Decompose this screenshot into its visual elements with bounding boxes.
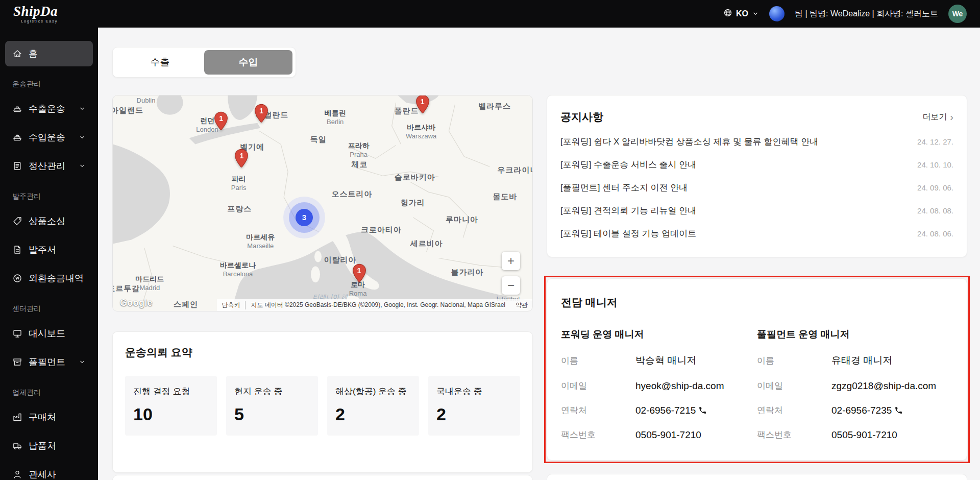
stat-card[interactable]: 현지 운송 중5 — [226, 376, 318, 436]
manager-column-heading: 풀필먼트 운영 매니저 — [757, 328, 953, 341]
shipda-logo[interactable]: ShipDa Logistics Easy — [13, 5, 58, 23]
manager-row-label: 이름 — [757, 355, 831, 367]
partial-card — [112, 475, 533, 480]
map-pin-marker[interactable]: 1 — [234, 149, 249, 168]
stat-label: 진행 결정 요청 — [133, 386, 209, 398]
sidebar-item-label: 발주서 — [29, 244, 56, 256]
truck-icon — [12, 441, 22, 451]
manager-row: 이메일hyeok@ship-da.com — [561, 380, 757, 392]
sidebar-item-fx-remittance[interactable]: 외환송금내역 — [5, 266, 93, 291]
shipment-summary-card: 운송의뢰 요약 진행 결정 요청10현지 운송 중5해상(항공) 운송 중2국내… — [112, 331, 533, 473]
notice-item[interactable]: [풀필먼트] 센터 주소지 이전 안내24. 09. 06. — [560, 176, 953, 199]
zoom-out-button[interactable]: − — [502, 276, 520, 295]
user-avatar[interactable]: We — [948, 5, 967, 23]
summary-stats: 진행 결정 요청10현지 운송 중5해상(항공) 운송 중2국내운송 중2 — [125, 376, 520, 436]
manager-row: 팩스번호0505-901-7210 — [757, 429, 953, 441]
ledger-icon — [12, 161, 22, 171]
phone-icon[interactable] — [698, 406, 707, 415]
left-column: Dublin아일랜드런던London네덜란드베를린Berlin폴란드바르샤바Wa… — [112, 95, 533, 480]
google-logo: Google — [120, 298, 153, 308]
partial-card — [547, 474, 967, 480]
main-content: 수출수입 — [98, 28, 980, 480]
zoom-in-button[interactable]: + — [502, 252, 520, 270]
ship-icon — [12, 104, 22, 114]
notice-item[interactable]: [포워딩] 쉽다 X 알리바바닷컴 상품소싱 제휴 및 물류 할인혜택 안내24… — [560, 130, 953, 153]
notice-text: [포워딩] 쉽다 X 알리바바닷컴 상품소싱 제휴 및 물류 할인혜택 안내 — [560, 136, 818, 148]
map-terms-link[interactable]: 약관 — [516, 301, 528, 309]
map-shortcuts-button[interactable]: 단축키 — [222, 301, 246, 309]
sidebar-item-product-sourcing[interactable]: 상품소싱 — [5, 208, 93, 234]
stat-value: 5 — [234, 404, 310, 424]
team-avatar[interactable] — [769, 6, 785, 21]
tab-import[interactable]: 수입 — [204, 50, 292, 75]
stat-card[interactable]: 국내운송 중2 — [428, 376, 520, 436]
manager-row-label: 이메일 — [757, 380, 831, 392]
map-pin-marker[interactable]: 1 — [213, 111, 229, 131]
home-icon — [12, 49, 22, 59]
notice-card: 공지사항 더보기 › [포워딩] 쉽다 X 알리바바닷컴 상품소싱 제휴 및 물… — [547, 95, 967, 257]
notice-text: [포워딩] 견적의뢰 기능 리뉴얼 안내 — [560, 205, 696, 217]
sidebar-item-purchase-order[interactable]: 발주서 — [5, 237, 93, 262]
language-selector[interactable]: KO — [723, 8, 759, 19]
person-icon — [12, 469, 22, 479]
sidebar-item-label: 대시보드 — [29, 327, 65, 340]
sidebar-item-fulfillment[interactable]: 풀필먼트 — [5, 349, 93, 375]
sidebar-item-purchase-vendors[interactable]: 구매처 — [5, 404, 93, 430]
box-icon — [12, 357, 22, 367]
notice-item[interactable]: [포워딩] 수출운송 서비스 출시 안내24. 10. 10. — [560, 153, 953, 176]
sidebar-item-label: 풀필먼트 — [29, 356, 65, 368]
sidebar-item-delivery-vendors[interactable]: 납품처 — [5, 433, 93, 459]
sidebar-item-label: 홈 — [29, 47, 38, 60]
manager-row-value: hyeok@ship-da.com — [635, 380, 724, 392]
stat-card[interactable]: 진행 결정 요청10 — [125, 376, 217, 436]
notice-list: [포워딩] 쉽다 X 알리바바닷컴 상품소싱 제휴 및 물류 할인혜택 안내24… — [560, 130, 953, 245]
notice-date: 24. 10. 10. — [917, 160, 953, 169]
manager-row-value: 02-6956-7235 — [831, 405, 903, 416]
sidebar-item-export-shipping[interactable]: 수출운송 — [5, 96, 93, 122]
sidebar-item-settlement[interactable]: 정산관리 — [5, 153, 93, 179]
manager-row: 이름유태경 매니저 — [757, 354, 953, 367]
chevron-down-icon — [79, 162, 86, 170]
sidebar-section-label: 발주관리 — [5, 182, 93, 205]
manager-row-label: 연락처 — [561, 404, 635, 416]
sidebar-item-customs-broker[interactable]: 관세사 — [5, 462, 93, 480]
sidebar-section-label: 운송관리 — [5, 69, 93, 93]
map[interactable]: Dublin아일랜드런던London네덜란드베를린Berlin폴란드바르샤바Wa… — [112, 95, 533, 311]
manager-card: 전담 매니저 포워딩 운영 매니저이름박승혁 매니저이메일hyeok@ship-… — [547, 278, 967, 461]
stat-card[interactable]: 해상(항공) 운송 중2 — [327, 376, 419, 436]
notice-text: [풀필먼트] 센터 주소지 이전 안내 — [560, 182, 688, 194]
sidebar-item-label: 수입운송 — [29, 131, 65, 143]
map-attribution: 단축키 지도 데이터 ©2025 GeoBasis-DE/BKG (©2009)… — [217, 299, 532, 311]
manager-row: 이메일zgzg0218@ship-da.com — [757, 380, 953, 392]
sidebar-item-label: 관세사 — [29, 468, 56, 480]
chevron-down-icon — [752, 10, 759, 17]
tab-export[interactable]: 수출 — [116, 50, 204, 75]
manager-title: 전담 매니저 — [561, 295, 953, 309]
notice-item[interactable]: [포워딩] 견적의뢰 기능 리뉴얼 안내24. 08. 08. — [560, 199, 953, 222]
map-pin-marker[interactable]: 1 — [254, 104, 269, 123]
sidebar-item-label: 외환송금내역 — [29, 272, 84, 284]
stat-label: 현지 운송 중 — [234, 386, 310, 398]
notice-item[interactable]: [포워딩] 테이블 설정 기능 업데이트24. 08. 06. — [560, 222, 953, 245]
chevron-down-icon — [79, 134, 86, 141]
sidebar-item-label: 수출운송 — [29, 103, 65, 115]
sidebar-item-dashboard[interactable]: 대시보드 — [5, 321, 93, 346]
sidebar-item-label: 상품소싱 — [29, 215, 65, 227]
manager-row-label: 연락처 — [757, 404, 831, 416]
notice-text: [포워딩] 테이블 설정 기능 업데이트 — [560, 228, 696, 239]
stat-label: 국내운송 중 — [436, 386, 512, 398]
map-pin-marker[interactable]: 1 — [352, 264, 367, 283]
factory-icon — [12, 412, 22, 422]
map-cluster-marker[interactable]: 3 — [296, 209, 313, 226]
phone-icon[interactable] — [894, 406, 903, 415]
map-zoom-controls: + − — [502, 252, 520, 295]
sidebar-item-label: 정산관리 — [29, 160, 65, 172]
sidebar-item-home[interactable]: 홈 — [5, 41, 93, 66]
chevron-right-icon: › — [950, 112, 953, 122]
notices-more-link[interactable]: 더보기 › — [922, 112, 953, 123]
ship-icon — [12, 132, 22, 142]
map-pin-marker[interactable]: 1 — [415, 95, 430, 114]
sidebar-item-import-shipping[interactable]: 수입운송 — [5, 125, 93, 150]
stat-value: 10 — [133, 404, 209, 424]
sidebar-item-label: 납품처 — [29, 440, 56, 452]
